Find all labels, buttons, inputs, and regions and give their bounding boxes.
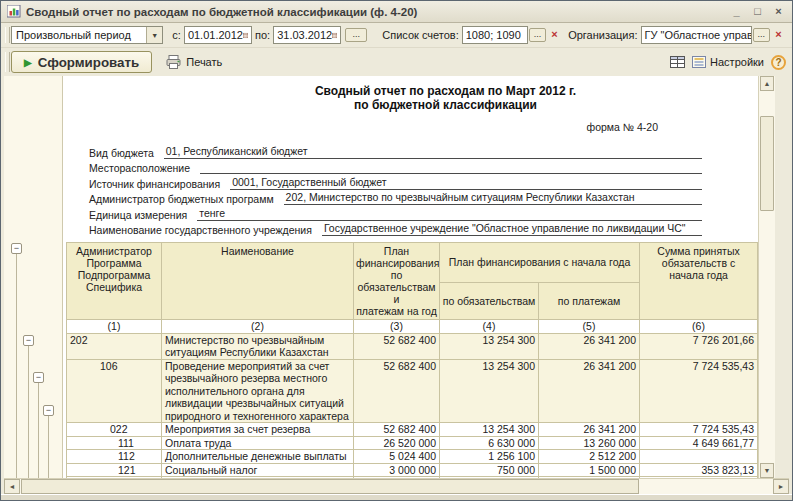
cell-by-obligations[interactable]: 13 254 300 [440, 423, 539, 437]
cell-by-payments[interactable]: 26 341 200 [539, 333, 640, 359]
cell-by-obligations[interactable]: 13 254 300 [440, 359, 539, 423]
cell-name[interactable]: Министерство по чрезвычайным ситуациям Р… [162, 333, 354, 359]
maximize-button[interactable]: □ [750, 5, 765, 19]
cell-name[interactable]: Социальные отчисления в Государственный … [162, 477, 354, 479]
collapse-group-4-icon[interactable]: − [43, 405, 54, 416]
cell-by-payments[interactable]: 2 512 200 [539, 450, 640, 464]
cell-plan-year[interactable]: 1 020 000 [354, 477, 440, 479]
header-name: Наименование [162, 243, 354, 320]
cell-plan-year[interactable]: 3 000 000 [354, 463, 440, 477]
table-view-icon[interactable] [670, 56, 685, 68]
cell-by-payments[interactable]: 26 341 200 [539, 423, 640, 437]
cell-obligations-sum[interactable]: 4 649 661,77 [640, 436, 758, 450]
cell-code[interactable]: 202 [67, 333, 162, 359]
field-label: Наименование государственного учреждения [89, 224, 322, 236]
field-value: тенге [197, 207, 702, 221]
cell-obligations-sum[interactable]: 7 724 535,43 [640, 359, 758, 423]
printer-icon [166, 55, 182, 69]
horizontal-scrollbar[interactable]: ◄ ► [4, 478, 789, 494]
cell-plan-year[interactable]: 5 024 400 [354, 450, 440, 464]
cell-obligations-sum[interactable]: 169 415,73 [640, 477, 758, 479]
horizontal-scroll-thumb[interactable] [21, 479, 639, 494]
report-table: Администратор Программа Подпрограмма Спе… [66, 242, 758, 478]
vertical-scrollbar[interactable]: ▲ ▼ [758, 76, 775, 478]
collapse-group-3-icon[interactable]: − [33, 372, 44, 383]
cell-by-payments[interactable]: 1 500 000 [539, 463, 640, 477]
cell-by-obligations[interactable]: 750 000 [440, 463, 539, 477]
cell-by-obligations[interactable]: 1 256 100 [440, 450, 539, 464]
settings-list-icon [692, 56, 706, 68]
date-from-label: с: [172, 29, 181, 41]
header-plan-year: План финансирования по обязательствам и … [354, 243, 440, 320]
cell-obligations-sum[interactable]: 7 724 535,43 [640, 423, 758, 437]
cell-plan-year[interactable]: 52 682 400 [354, 359, 440, 423]
scroll-down-icon[interactable]: ▼ [760, 463, 774, 478]
accounts-pick-button[interactable]: ... [529, 28, 546, 42]
date-from-input[interactable]: 01.01.2012 [184, 26, 252, 44]
table-row[interactable]: 112 Дополнительные денежные выплаты 5 02… [67, 450, 758, 464]
table-row[interactable]: 106 Проведение мероприятий за счет чрезв… [67, 359, 758, 423]
cell-by-payments[interactable]: 510 000 [539, 477, 640, 479]
table-row[interactable]: 202 Министерство по чрезвычайным ситуаци… [67, 333, 758, 359]
vertical-scroll-thumb[interactable] [760, 116, 774, 211]
cell-by-payments[interactable]: 13 260 000 [539, 436, 640, 450]
chevron-down-icon[interactable]: ▼ [146, 27, 162, 43]
print-button-label: Печать [186, 56, 222, 68]
table-row[interactable]: 022 Мероприятия за счет резерва 52 682 4… [67, 423, 758, 437]
cell-name[interactable]: Социальный налог [162, 463, 354, 477]
cell-by-obligations[interactable]: 13 254 300 [440, 333, 539, 359]
cell-code[interactable]: 106 [67, 359, 162, 423]
cell-obligations-sum[interactable] [640, 450, 758, 464]
scroll-left-icon[interactable]: ◄ [4, 479, 20, 494]
print-button[interactable]: Печать [166, 55, 222, 69]
close-button[interactable]: × [771, 5, 786, 19]
field-value: 202, Министерство по чрезвычайным ситуац… [284, 191, 702, 205]
col-num: (5) [539, 320, 640, 334]
organization-input[interactable]: ГУ "Областное управление по ликви [641, 26, 752, 44]
cell-name[interactable]: Оплата труда [162, 436, 354, 450]
cell-by-obligations[interactable]: 255 000 [440, 477, 539, 479]
date-to-input[interactable]: 31.03.2012 [273, 26, 341, 44]
cell-by-payments[interactable]: 26 341 200 [539, 359, 640, 423]
period-select[interactable]: Произвольный период ▼ [11, 26, 163, 44]
table-row[interactable]: 121 Социальный налог 3 000 000 750 000 1… [67, 463, 758, 477]
cell-code[interactable]: 111 [67, 436, 162, 450]
organization-clear-icon[interactable]: × [772, 28, 785, 42]
cell-code[interactable]: 022 [67, 423, 162, 437]
collapse-group-2-icon[interactable]: − [23, 335, 34, 346]
organization-pick-button[interactable]: ... [753, 28, 770, 42]
scroll-right-icon[interactable]: ► [773, 479, 789, 494]
collapse-group-1-icon[interactable]: − [11, 243, 22, 254]
calendar-icon[interactable] [332, 30, 337, 41]
field-row: Администратор бюджетных программ 202, Ми… [89, 190, 702, 206]
cell-by-obligations[interactable]: 6 630 000 [440, 436, 539, 450]
generate-button[interactable]: ▶ Сформировать [11, 51, 152, 73]
generate-button-label: Сформировать [38, 55, 140, 70]
cell-plan-year[interactable]: 52 682 400 [354, 423, 440, 437]
cell-code[interactable]: 122 [67, 477, 162, 479]
field-label: Источник финансирования [89, 178, 230, 190]
accounts-clear-icon[interactable]: × [548, 28, 561, 42]
cell-name[interactable]: Мероприятия за счет резерва [162, 423, 354, 437]
scroll-up-icon[interactable]: ▲ [760, 76, 774, 91]
accounts-value: 1080; 1090 [466, 29, 521, 41]
cell-obligations-sum[interactable]: 7 726 201,66 [640, 333, 758, 359]
cell-name[interactable]: Дополнительные денежные выплаты [162, 450, 354, 464]
cell-plan-year[interactable]: 52 682 400 [354, 333, 440, 359]
table-row[interactable]: 122 Социальные отчисления в Государствен… [67, 477, 758, 479]
period-more-button[interactable]: ... [345, 28, 367, 42]
accounts-input[interactable]: 1080; 1090 [462, 26, 528, 44]
col-num: (4) [440, 320, 539, 334]
table-row[interactable]: 111 Оплата труда 26 520 000 6 630 000 13… [67, 436, 758, 450]
settings-button[interactable]: Настройки [692, 56, 764, 68]
field-label: Единица измерения [89, 209, 197, 221]
cell-obligations-sum[interactable]: 353 823,13 [640, 463, 758, 477]
cell-code[interactable]: 112 [67, 450, 162, 464]
calendar-icon[interactable] [243, 30, 248, 41]
help-icon[interactable]: ? [771, 55, 786, 70]
cell-code[interactable]: 121 [67, 463, 162, 477]
minimize-button[interactable]: _ [729, 5, 744, 19]
cell-plan-year[interactable]: 26 520 000 [354, 436, 440, 450]
cell-name[interactable]: Проведение мероприятий за счет чрезвычай… [162, 359, 354, 423]
date-to-value: 31.03.2012 [277, 29, 332, 41]
